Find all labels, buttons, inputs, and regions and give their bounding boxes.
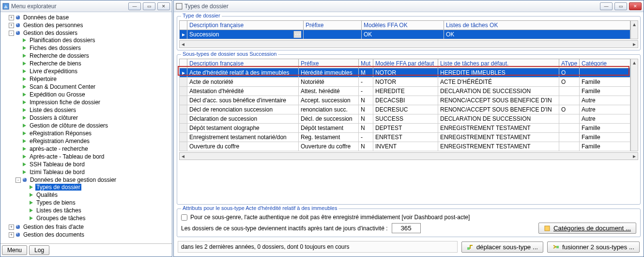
table-row[interactable]: ▸Acte d'hérédité relatif à des immeubles… [180,68,630,78]
toggle-placeholder [15,100,21,105]
toggle-placeholder [15,108,21,113]
tree-node[interactable]: Livre d'expéditions [15,68,172,75]
tree-node[interactable]: Planification des dossiers [15,37,172,44]
table-row[interactable]: Déclaration de successionDécl. de succes… [180,114,630,124]
sous-types-legend: Sous-types de dossier sous Succession [181,51,278,57]
tree-node[interactable]: +Gestion des personnes [9,22,172,29]
arrow-icon [23,131,26,135]
tree-node[interactable]: -Gestion des dossiers [9,30,172,36]
tree-label: Fiches des dossiers [29,45,82,51]
attrs-group: Attributs pour le sous-type Acte d'héréd… [177,209,641,237]
type-dossier-row[interactable]: ▸ Succession⋯ OK OK [180,30,630,39]
col-header[interactable]: AType [559,59,580,68]
col-desc[interactable]: Description française [187,21,304,30]
collapse-icon[interactable]: - [15,177,21,183]
tree-node[interactable]: -Données de base gestion dossier [15,177,172,183]
tree-node[interactable]: Dossiers à clôturer [15,114,172,121]
tree-node[interactable]: eRegistration Réponses [15,130,172,137]
inactive-days-input[interactable] [392,223,421,233]
col-header[interactable]: Description française [187,59,299,68]
col-ffa[interactable]: Modèles FFA OK [362,21,444,30]
minimize-button[interactable]: — [128,2,141,10]
types-titlebar[interactable]: Types de dossier — ▭ ✕ [174,0,644,12]
categories-document-button[interactable]: Catégories de document ... [538,223,636,234]
tree-node[interactable]: +Données de base [9,14,172,21]
vscroll[interactable]: ▴ [630,59,638,151]
arrow-icon [23,162,26,166]
tree-node[interactable]: Groupes de tâches [22,215,172,222]
tree-node[interactable]: Izimi Tableau de bord [15,169,172,176]
col-header[interactable]: Liste de tâches par défaut. [438,59,559,68]
col-header[interactable]: Modèle FFA par défaut [373,59,438,68]
tree-label: eRegistration Réponses [29,130,92,137]
tree-node[interactable]: Qualités [22,192,172,198]
tree-label: Impression fiche de dossier [29,99,101,106]
maximize-button[interactable]: ▭ [143,2,155,10]
tree-node[interactable]: +Gestion des documents [9,231,172,238]
tree-node[interactable]: Après-acte - Tableau de bord [15,153,172,160]
tree-node[interactable]: Types de biens [22,199,172,206]
tree-node[interactable]: Impression fiche de dossier [15,99,172,106]
tree-node[interactable]: Expédition ou Grosse [15,91,172,98]
maximize-button[interactable]: ▭ [614,2,627,10]
tree-node[interactable]: Listes des tâches [22,207,172,214]
tree-node[interactable]: Liste des dossiers [15,107,172,113]
tree-node[interactable]: eRegistration Amendes [15,138,172,145]
table-row[interactable]: Ouverture du coffreOuverture du coffreNI… [180,142,630,151]
document-icon [544,225,551,232]
tree-node[interactable]: SSH Tableau de bord [15,161,172,168]
tree-node[interactable]: Fiches des dossiers [15,45,172,51]
col-header[interactable]: Catégorie [580,59,630,68]
toggle-placeholder [15,170,21,175]
tree-node[interactable]: Gestion de clôture de dossiers [15,122,172,129]
tree-node[interactable]: +Gestion des frais d'acte [9,224,172,230]
expand-icon[interactable]: + [9,225,14,230]
sous-types-table[interactable]: Description françaisePréfixeMutModèle FF… [179,59,630,151]
tree-node[interactable]: Répertoire [15,76,172,82]
collapse-icon[interactable]: - [9,31,14,36]
toggle-placeholder [15,53,21,59]
log-button[interactable]: Log [29,245,49,255]
col-prefixe[interactable]: Préfixe [304,21,362,30]
tree-node[interactable]: Recherche de dossiers [15,52,172,59]
tree-node[interactable]: Scan & Document Center [15,83,172,90]
explorer-bottom-bar: Menu Log [0,243,172,257]
hscroll[interactable]: ◂▸ [179,152,638,160]
type-dossier-table[interactable]: Description française Préfixe Modèles FF… [179,20,630,39]
close-button[interactable]: ✕ [629,2,642,10]
table-row[interactable]: Décl de renonciation successionrenonciat… [180,105,630,114]
expand-icon[interactable]: + [9,15,14,20]
vscroll[interactable]: ▴ [630,20,638,39]
col-listes[interactable]: Listes de tâches OK [444,21,630,30]
table-row[interactable]: Enregistrement testament notarié/donReg.… [180,133,630,142]
merge-subtypes-button[interactable]: fusionner 2 sous-types ... [547,241,640,253]
tree-label: Scan & Document Center [29,83,96,90]
col-header[interactable]: Mut [359,59,373,68]
menu-button[interactable]: Menu [2,245,27,255]
minimize-button[interactable]: — [600,2,613,10]
types-title: Types de dossier [184,3,600,10]
hscroll[interactable]: ◂▸ [179,40,638,48]
arrow-icon [23,46,26,50]
tree-node[interactable]: après-acte - recherche [15,145,172,152]
expand-icon[interactable]: + [9,23,14,28]
expand-icon[interactable]: + [9,232,14,238]
explorer-titlebar[interactable]: Menu explorateur — ▭ ✕ [0,0,172,12]
table-row[interactable]: Acte de notoriétéNotoriété-NOTORACTE D'H… [180,78,630,87]
table-row[interactable]: Décl d'acc. sous bénéfice d'inventaireAc… [180,96,630,105]
ellipsis-button[interactable]: ⋯ [293,31,301,38]
col-header[interactable]: Préfixe [299,59,359,68]
tree-node[interactable]: Types de dossier [22,184,172,191]
tree-view[interactable]: +Données de base+Gestion des personnes-G… [0,12,172,243]
close-button[interactable]: ✕ [157,2,170,10]
tree-label: Qualités [35,192,59,198]
table-row[interactable]: Attestation d'héréditéAttest. hérédité-H… [180,87,630,96]
tree-label: Gestion des frais d'acte [22,224,85,230]
tree-node[interactable]: Recherche de biens [15,60,172,67]
toggle-placeholder [22,200,28,206]
table-row[interactable]: Dépôt testament olographeDépôt testament… [180,124,630,133]
row-indicator [180,133,187,142]
type-dossier-group: Type de dossier Description française Pr… [177,16,641,50]
move-subtype-button[interactable]: déplacer sous-type ... [461,241,543,253]
post-acte-checkbox[interactable] [181,214,187,221]
